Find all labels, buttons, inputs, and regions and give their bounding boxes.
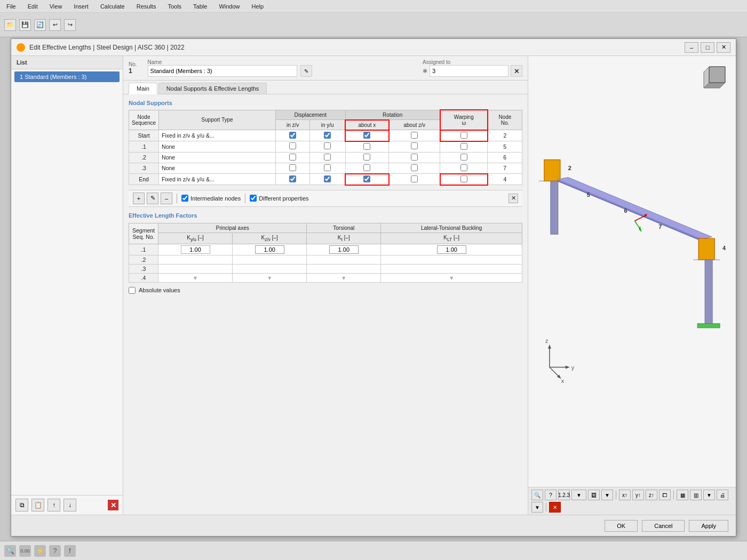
elf-kzv-1[interactable] — [233, 244, 307, 255]
taskbar-icon-search[interactable]: 🔍 — [4, 545, 16, 557]
cb-disp-z-end[interactable] — [275, 174, 309, 185]
cb-rot-x-2[interactable] — [345, 152, 389, 163]
ok-button[interactable]: OK — [605, 520, 638, 532]
toolbar-btn-5[interactable]: ↪ — [64, 19, 76, 31]
paste-icon-btn[interactable]: 📋 — [31, 499, 44, 511]
cb-disp-y-2[interactable] — [310, 152, 345, 163]
center-panel: No. 1 Name ✎ Assigned to ✱ — [123, 56, 528, 515]
vp-btn-5[interactable]: 🖼 — [588, 490, 600, 500]
cb-warp-1[interactable] — [440, 141, 488, 153]
move-up-btn[interactable]: ↑ — [47, 499, 60, 511]
cb-rot-z-3[interactable] — [389, 163, 440, 174]
cb-rot-x-3[interactable] — [345, 163, 389, 174]
edit-row-button[interactable]: ✎ — [147, 193, 158, 204]
taskbar-icon-bolt[interactable]: ⚡ — [34, 545, 46, 557]
different-properties-checkbox[interactable] — [250, 195, 257, 202]
cb-warp-start[interactable] — [440, 130, 488, 141]
elf-kyv-1[interactable] — [158, 244, 233, 255]
vp-btn-stop[interactable]: ✕ — [549, 502, 561, 513]
menu-file[interactable]: File — [4, 2, 18, 11]
vp-btn-2[interactable]: ? — [545, 490, 557, 500]
menu-calculate[interactable]: Calculate — [98, 2, 127, 11]
taskbar-icon-font[interactable]: f — [64, 545, 76, 557]
cb-disp-y-start[interactable] — [310, 130, 345, 141]
cb-disp-z-2[interactable] — [275, 152, 309, 163]
vp-btn-print[interactable]: 🖨 — [717, 490, 728, 500]
cb-rot-z-end[interactable] — [389, 174, 440, 185]
tab-nodal[interactable]: Nodal Supports & Effective Lengths — [158, 83, 267, 94]
cb-rot-x-1[interactable] — [345, 141, 389, 153]
vp-btn-1[interactable]: 🔍 — [531, 490, 543, 500]
cb-warp-3[interactable] — [440, 163, 488, 174]
menu-edit[interactable]: Edit — [26, 2, 40, 11]
menu-tools[interactable]: Tools — [165, 2, 184, 11]
cb-disp-z-1[interactable] — [275, 141, 309, 153]
assigned-input[interactable] — [430, 65, 508, 77]
vp-btn-iso[interactable]: ⧠ — [659, 490, 671, 500]
add-row-button[interactable]: + — [133, 193, 145, 204]
cancel-button[interactable]: Cancel — [642, 520, 685, 532]
cb-warp-2[interactable] — [440, 152, 488, 163]
toolbar-btn-1[interactable]: 📁 — [4, 19, 16, 31]
cb-disp-z-3[interactable] — [275, 163, 309, 174]
cb-rot-z-1[interactable] — [389, 141, 440, 153]
menu-table[interactable]: Table — [191, 2, 209, 11]
vp-btn-6b[interactable]: ▼ — [531, 502, 543, 513]
taskbar-bottom: 🔍 0.00 ⚡ ? f — [0, 541, 747, 560]
vp-btn-y1[interactable]: y↑ — [632, 490, 644, 500]
taskbar-icon-help[interactable]: ? — [49, 545, 61, 557]
elf-table: SegmentSeq. No. Principal axes Torsional… — [129, 223, 522, 283]
copy-icon-btn[interactable]: ⧉ — [15, 499, 28, 511]
cb-disp-y-1[interactable] — [310, 141, 345, 153]
cb-disp-y-3[interactable] — [310, 163, 345, 174]
toolbar-btn-3[interactable]: 🔄 — [34, 19, 46, 31]
delete-button[interactable]: ✕ — [108, 500, 118, 510]
list-item-1[interactable]: 1 Standard (Members : 3) — [14, 71, 120, 82]
apply-button[interactable]: Apply — [689, 520, 728, 532]
vp-btn-6[interactable]: ▼ — [601, 490, 613, 500]
cb-warp-end[interactable] — [440, 174, 488, 185]
name-label: Name — [148, 59, 412, 65]
menu-view[interactable]: View — [47, 2, 65, 11]
cb-disp-y-end[interactable] — [310, 174, 345, 185]
delete-row-button[interactable]: – — [161, 193, 172, 204]
vp-btn-4[interactable]: ▼ — [571, 490, 586, 500]
minimize-button[interactable]: – — [685, 42, 698, 53]
cb-rot-x-end[interactable] — [345, 174, 389, 185]
menu-window[interactable]: Window — [217, 2, 242, 11]
close-button[interactable]: ✕ — [717, 42, 730, 53]
vp-btn-x1[interactable]: x↑ — [619, 490, 631, 500]
elf-section-header: Effective Length Factors — [129, 212, 522, 219]
elf-klt-1[interactable] — [381, 244, 522, 255]
assigned-delete-button[interactable]: ✕ — [511, 65, 522, 77]
vp-btn-5b[interactable]: ▼ — [703, 490, 715, 500]
maximize-button[interactable]: □ — [701, 42, 714, 53]
menu-insert[interactable]: Insert — [71, 2, 91, 11]
vp-btn-3[interactable]: 1.2.3 — [558, 490, 570, 500]
cb-rot-z-start[interactable] — [389, 130, 440, 141]
vp-btn-grid[interactable]: ▦ — [677, 490, 688, 500]
toolbar-btn-2[interactable]: 💾 — [19, 19, 31, 31]
different-properties-label[interactable]: Different properties — [250, 195, 308, 202]
tab-main[interactable]: Main — [129, 83, 157, 94]
name-edit-button[interactable]: ✎ — [300, 65, 312, 77]
table-row: .1 None 5 — [129, 141, 522, 153]
move-down-btn[interactable]: ↓ — [63, 499, 76, 511]
right-panel: 2 5 6 7 — [528, 56, 736, 515]
absolute-values-checkbox[interactable] — [129, 287, 136, 294]
menu-results[interactable]: Results — [134, 2, 158, 11]
svg-rect-23 — [705, 260, 712, 324]
name-input[interactable] — [148, 65, 297, 77]
intermediate-nodes-checkbox[interactable] — [181, 195, 188, 202]
vp-btn-z1[interactable]: z↑ — [646, 490, 657, 500]
cb-disp-z-start[interactable] — [275, 130, 309, 141]
cb-rot-x-start[interactable] — [345, 130, 389, 141]
intermediate-nodes-label[interactable]: Intermediate nodes — [181, 195, 241, 202]
menu-help[interactable]: Help — [250, 2, 266, 11]
vp-btn-render[interactable]: ▥ — [690, 490, 702, 500]
cb-rot-z-2[interactable] — [389, 152, 440, 163]
taskbar-icon-value[interactable]: 0.00 — [19, 545, 31, 557]
toolbar-btn-4[interactable]: ↩ — [49, 19, 61, 31]
toolbar-x-button[interactable]: ✕ — [508, 194, 518, 203]
elf-kt-1[interactable] — [307, 244, 381, 255]
